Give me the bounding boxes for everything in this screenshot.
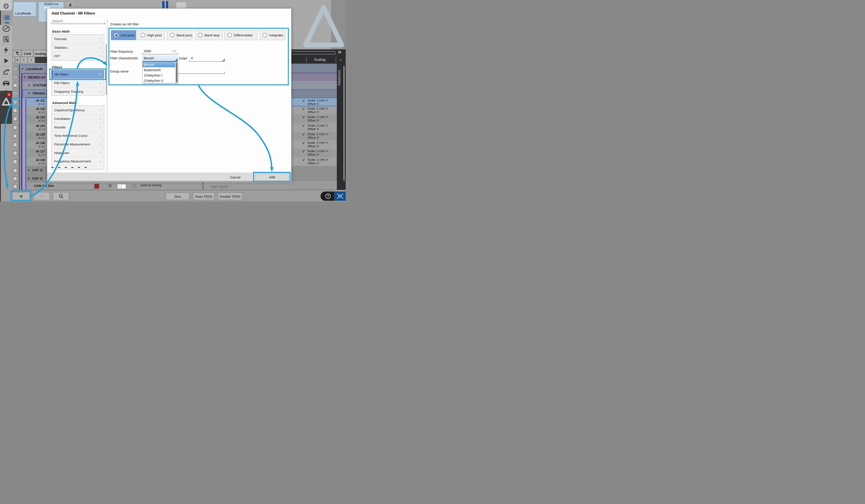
list-item-histogram[interactable]: Histogram ☆ (51, 148, 104, 157)
favorite-star-icon[interactable]: ☆ (98, 54, 102, 59)
checkbox-dewe3[interactable] (13, 75, 17, 79)
scaling-cell-ai-6[interactable]: V Scale: 1 Unit: VOffset: 0 (291, 140, 337, 149)
search-input[interactable] (51, 18, 106, 24)
scan-teds-button[interactable]: Scan TEDS (193, 192, 215, 200)
channel-filter-button[interactable] (13, 50, 21, 57)
tree-row-ai-4[interactable]: AI 1/4 AI 1/4 (26, 123, 47, 132)
scaling-cell-ai-3[interactable]: V Scale: 1 Unit: VOffset: 0 (291, 115, 337, 123)
list-item-clipped[interactable] (51, 165, 104, 168)
section-advanced-math: Advanced Math (52, 101, 77, 105)
favorite-star-icon[interactable]: ☆ (98, 150, 102, 155)
column-remove-button[interactable]: x (13, 57, 20, 63)
list-item-correlation[interactable]: Correlation ☆ (51, 114, 104, 123)
sidebar-item-screen-setup[interactable] (0, 36, 12, 44)
tree-row-trion3[interactable]: ▾ TRION3- (23, 90, 47, 98)
checkbox-ai-3[interactable] (13, 117, 17, 121)
favorite-star-icon[interactable]: ☆ (98, 89, 102, 94)
sidebar-item-record[interactable] (0, 58, 12, 65)
screen-tab-4[interactable]: 4 (65, 2, 76, 8)
filter-can-button[interactable]: CAN (22, 50, 33, 57)
scaling-cell-ai-1[interactable]: V Scale: 1 Unit: VOffset: 0 (291, 98, 337, 106)
checkbox-cnt-1[interactable] (13, 168, 17, 173)
favorite-star-icon[interactable]: ☆ (98, 159, 102, 164)
chevron-down-icon: ▾ (28, 91, 30, 95)
unit-value: V (302, 141, 304, 145)
favorite-star-icon[interactable]: ☆ (98, 125, 102, 130)
card-localnode[interactable]: LocalNode (13, 2, 36, 16)
list-item-frequency-tracking[interactable]: Frequency Tracking ☆ (51, 87, 104, 96)
zero-button[interactable]: Zero (166, 192, 189, 200)
checkbox-ai-8[interactable] (13, 160, 17, 164)
scaling-text: Scale: 1 Unit: VOffset: 0 (308, 158, 328, 165)
nav-left-button[interactable]: ‹ (21, 57, 27, 63)
channel-list-toggle-button[interactable] (334, 191, 346, 201)
tree-row-localnode[interactable]: ▾ LocalNode (19, 65, 47, 73)
list-item-time-reference-curve[interactable]: Time Reference Curve ☆ (51, 131, 104, 140)
sidebar-item-settings[interactable]: ⚙ (0, 2, 12, 11)
favorite-star-icon[interactable]: ☆ (98, 80, 102, 85)
favorite-star-icon[interactable]: ☆ (98, 36, 102, 42)
checkbox-trion3[interactable] (13, 92, 17, 96)
sidebar-item-vehicle[interactable] (0, 80, 12, 87)
scaling-cell-ai-5[interactable]: V Scale: 1 Unit: VOffset: 0 (291, 132, 337, 140)
favorite-star-icon[interactable]: ☆ (98, 45, 102, 50)
tree-row-system[interactable]: ▸ SYSTEM (23, 81, 47, 90)
cancel-button[interactable]: Cancel (220, 174, 251, 180)
scaling-cell-ai-4[interactable]: V Scale: 1 Unit: VOffset: 0 (291, 123, 337, 132)
remove-channel-button[interactable]: − (34, 192, 50, 200)
list-item-cepstrum[interactable]: Cepstrum/Quefrency ☆ (51, 106, 104, 114)
checkbox-ai-4[interactable] (13, 125, 17, 130)
sidebar-separator (2, 66, 10, 67)
channel-wizard-button[interactable] (53, 192, 69, 200)
help-button[interactable]: ? (325, 194, 331, 199)
checkbox-can[interactable] (13, 184, 17, 188)
favorite-star-icon[interactable]: ☆ (98, 116, 102, 121)
favorite-star-icon[interactable]: ☆ (98, 133, 102, 138)
list-item-rosette[interactable]: Rosette ☆ (51, 123, 104, 131)
scaling-cell-ai-8[interactable]: V Scale: 1 Unit: VOffset: 0 (291, 157, 337, 166)
filter-analog-button[interactable]: Analog (34, 50, 47, 57)
scaling-cell-ai-2[interactable]: V Scale: 1 Unit: VOffset: 0 (291, 106, 337, 115)
tree-system-label: SYSTEM (33, 83, 47, 87)
tree-row-cnt-2[interactable]: ▸ CNT 1/ (26, 175, 47, 183)
checkbox-localnode[interactable] (13, 67, 17, 71)
sidebar-item-logo[interactable] (0, 96, 12, 107)
sidebar-item-power[interactable] (0, 47, 12, 55)
add-column-button[interactable]: + (339, 58, 342, 62)
list-item-formula[interactable]: Formula ☆ (51, 35, 104, 43)
list-item-fft[interactable]: FFT ☆ (51, 51, 104, 60)
favorite-star-icon[interactable]: ☆ (98, 142, 102, 147)
expand-columns-icon[interactable]: » (338, 48, 342, 55)
right-scrollbar[interactable] (344, 66, 344, 181)
checkbox-cnt-2[interactable] (13, 177, 17, 181)
favorite-star-icon[interactable]: ☆ (98, 107, 102, 113)
sidebar-item-measure[interactable] (0, 25, 12, 33)
h-scrollbar-track[interactable] (290, 51, 336, 55)
checkbox-ai-6[interactable] (13, 143, 17, 147)
can-toggle[interactable] (117, 184, 126, 189)
tree-row-ai-3[interactable]: AI 1/3 AI 1/3 (26, 115, 47, 123)
tree-row-cnt-1[interactable]: ▸ CNT 1/ (26, 166, 47, 175)
tree-row-can[interactable]: CAN 1/1 Sim ⚙ used as analog High Speed (19, 183, 337, 190)
list-item-statistics[interactable]: Statistics ☆ (51, 43, 104, 52)
list-item-percentile-measurement[interactable]: Percentile Measurement ☆ (51, 140, 104, 149)
scaling-cell-ai-7[interactable]: V Scale: 1 Unit: VOffset: 0 (291, 149, 337, 157)
tree-row-ai-2[interactable]: AI 1/2 AI 1/2 (26, 106, 47, 115)
disable-teds-button[interactable]: Disable TEDS (218, 192, 242, 200)
tree-row-ai-1[interactable]: AI 1/1 AI 1/1 (26, 98, 47, 106)
scaling-column-header[interactable]: Scaling (314, 58, 325, 62)
checkbox-ai-5[interactable] (13, 134, 17, 138)
checkbox-ai-7[interactable] (13, 151, 17, 155)
list-item-frequency-measurement[interactable]: Frequency Measurement ☆ (51, 157, 104, 165)
tree-row-ai-5[interactable]: AI 1/5 AI 1/5 (26, 132, 47, 140)
checkbox-ai-2[interactable] (13, 108, 17, 113)
tree-row-ai-8[interactable]: AI 1/8 AI 1/8 (26, 157, 47, 166)
sidebar-item-export[interactable] (0, 69, 12, 76)
tree-row-ai-7[interactable]: AI 1/7 AI 1/7 (26, 149, 47, 157)
nav-right-button[interactable]: › (28, 57, 35, 63)
tree-row-ai-6[interactable]: AI 1/6 AI 1/6 (26, 140, 47, 149)
checkbox-system[interactable] (13, 83, 17, 87)
sidebar-item-channel-list[interactable] (0, 15, 12, 25)
gear-icon[interactable]: ⚙ (108, 183, 112, 188)
tree-row-dewe3[interactable]: ▾ DEWE3-A4 (21, 73, 47, 81)
